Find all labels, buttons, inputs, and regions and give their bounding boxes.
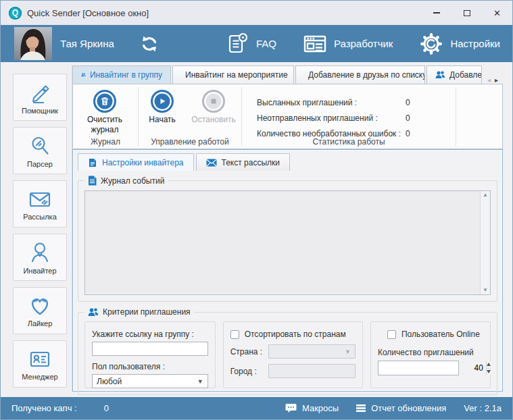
criteria-title: Критерии приглашения [103,307,191,317]
sidebar-item-liker[interactable]: Лайкер [13,287,67,334]
user-online-checkbox[interactable]: Пользователь Online [378,330,483,339]
tab-inviting-group[interactable]: Инвайтинг в группу [72,65,171,84]
city-row: Город : [230,364,356,378]
spin-down-button[interactable] [487,368,491,375]
id-card-icon [27,348,53,371]
faq-button[interactable]: FAQ [226,32,276,56]
close-button[interactable]: ✕ [482,1,512,25]
sidebar-item-mailing[interactable]: Рассылка [13,180,67,228]
heart-icon [27,294,53,317]
city-label: Город : [230,367,268,376]
clear-log-button[interactable]: Очистить журнал [80,90,130,136]
stop-icon [202,90,225,113]
speech-bubble-icon [285,403,297,413]
tab-label: Добавле [449,70,482,80]
invites-count-input[interactable] [378,361,486,375]
developer-label: Разработчик [334,38,393,49]
person-icon [28,240,52,265]
stat-value: 0 [406,98,414,107]
sidebar: Помощник Парсер [13,65,72,392]
tab-label: Добавление в друзья по списку [308,70,425,80]
spin-up-button[interactable] [487,361,491,368]
sidebar-item-manager[interactable]: Менеджер [13,340,67,388]
stat-label: Неотправленных приглашений : [257,113,406,123]
title-bar: Q Quick Sender [Основное окно] ✕ [1,1,512,25]
minimize-button[interactable] [421,1,451,25]
developer-button[interactable]: Разработчик [302,32,393,55]
subtab-mailing-text[interactable]: Текст рассылки [196,153,290,171]
tab-add-truncated[interactable]: Добавле [426,65,482,84]
maximize-button[interactable] [451,1,482,25]
macros-button[interactable]: Макросы [285,403,339,413]
faq-label: FAQ [256,38,276,49]
subtab-inviter-settings[interactable]: Настройки инвайтера [78,153,194,171]
stats-list: Высланных приглашений : 0 Неотправленных… [249,90,451,136]
update-report-button[interactable]: Отчет обновления [356,403,446,413]
sidebar-item-label: Менеджер [22,373,57,381]
sidebar-item-assistant[interactable]: Помощник [13,74,67,121]
sort-by-country-checkbox[interactable]: Отсортировать по странам [230,330,356,339]
stat-row-unsent: Неотправленных приглашений : 0 [257,113,414,123]
group-link-input[interactable] [92,342,208,356]
subtab-label: Настройки инвайтера [102,158,184,167]
chevron-down-icon: ▼ [345,348,351,355]
gender-label: Пол пользователя : [92,362,208,371]
start-label: Начать [149,115,176,125]
ribbon-toolbar: Очистить журнал Журнал Начать [72,84,503,149]
tab-inviting-event[interactable]: Инвайтинг на мероприятие [172,65,294,84]
window-title: Quick Sender [Основное окно] [27,8,149,18]
ribbon-group-control: Начать Остановить Управление работой [139,84,241,149]
spin-up-icon [487,363,491,366]
pencil-icon [28,80,52,105]
criteria-groupbox: Критерии приглашения Укажите ссылку на г… [78,312,497,395]
gender-select[interactable]: Любой ▼ [92,374,208,388]
ribbon-group-title: Журнал [73,137,138,147]
event-log-groupbox: Журнал событий ▲ ▼ [78,180,497,302]
country-select[interactable]: ▼ [268,344,356,359]
window-controls: ✕ [421,1,512,25]
checkbox-icon [387,330,396,339]
maximize-icon [464,10,470,16]
spin-buttons [486,361,491,375]
magnifier-icon [28,134,52,158]
group-link-label: Укажите ссылку на группу : [92,330,208,339]
checkbox-icon [230,330,239,339]
close-icon: ✕ [493,9,501,18]
document-settings-icon [88,158,97,167]
status-right: Макросы Отчет обновления Ver : 2.1a [285,403,502,413]
sidebar-item-label: Лайкер [28,319,53,327]
tab-scroll-right-icon[interactable]: ▸ [495,76,498,84]
tab-add-friends-list[interactable]: Добавление в друзья по списку [295,65,425,84]
tab-scroll-left-icon[interactable]: ◂ [487,76,491,84]
tab-scroll-controls: ◂ ▸ [485,76,501,84]
play-icon [151,90,174,113]
subtab-label: Текст рассылки [222,158,280,167]
group-link-panel: Укажите ссылку на группу : Пол пользоват… [84,321,216,388]
document-icon [88,176,97,186]
country-label: Страна : [230,347,268,357]
clear-log-label: Очистить журнал [80,115,130,135]
faq-document-icon [226,32,250,56]
scroll-down-icon[interactable]: ▼ [483,288,488,293]
sidebar-item-inviter[interactable]: Инвайтер [13,234,67,281]
start-button[interactable]: Начать [144,90,180,136]
sidebar-item-parser[interactable]: Парсер [13,127,67,174]
macros-label: Макросы [302,403,339,413]
stat-row-sent: Высланных приглашений : 0 [257,98,414,107]
settings-button[interactable]: Настройки [418,31,500,57]
avatar[interactable] [14,27,52,60]
captcha-label: Получено капч : [11,403,77,413]
city-input[interactable] [268,364,356,378]
scroll-up-icon[interactable]: ▲ [483,192,488,198]
ribbon-group-stats: Высланных приглашений : 0 Неотправленных… [242,84,456,149]
criteria-header: Критерии приглашения [84,307,194,317]
log-scrollbar[interactable]: ▲ ▼ [480,191,490,294]
sidebar-item-label: Рассылка [23,213,57,221]
people-icon [81,71,86,79]
invites-count-label: Количество приглашений [378,348,483,357]
event-log-area[interactable]: ▲ ▼ [84,190,491,295]
stop-button[interactable]: Остановить [190,90,237,136]
developer-window-icon [302,32,328,55]
refresh-account-button[interactable] [137,32,162,56]
trash-icon [93,90,116,113]
